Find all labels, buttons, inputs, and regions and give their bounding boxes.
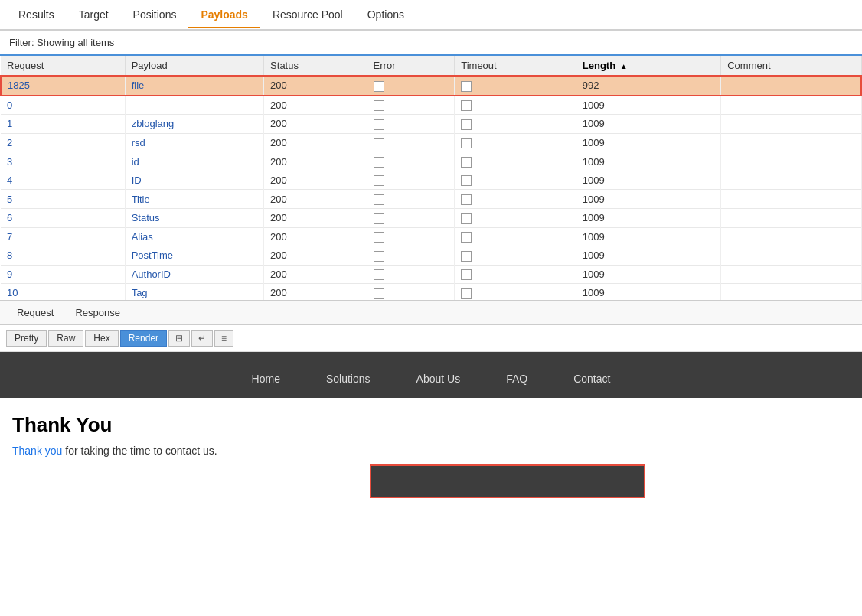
timeout-checkbox[interactable] xyxy=(461,138,472,148)
rendered-nav-aboutus: About Us xyxy=(416,373,461,385)
error-checkbox[interactable] xyxy=(374,288,384,299)
thank-you-title: Thank You xyxy=(12,413,850,437)
table-row[interactable]: 1825file200992 xyxy=(1,76,861,96)
tab-options[interactable]: Options xyxy=(355,2,416,28)
results-table-container[interactable]: Request Payload Status Error Timeout Len… xyxy=(0,56,862,301)
btn-raw[interactable]: Raw xyxy=(48,330,83,347)
error-checkbox[interactable] xyxy=(374,251,384,262)
error-checkbox[interactable] xyxy=(374,100,384,111)
error-checkbox[interactable] xyxy=(374,119,384,130)
table-row[interactable]: 5Title2001009 xyxy=(1,190,861,209)
error-checkbox[interactable] xyxy=(374,138,384,148)
timeout-checkbox[interactable] xyxy=(461,157,472,168)
table-row[interactable]: 10Tag2001009 xyxy=(1,284,861,301)
error-checkbox[interactable] xyxy=(374,81,384,92)
table-row[interactable]: 6Status2001009 xyxy=(1,208,861,227)
timeout-checkbox[interactable] xyxy=(461,269,472,280)
timeout-checkbox[interactable] xyxy=(461,81,472,92)
results-table: Request Payload Status Error Timeout Len… xyxy=(0,56,862,301)
thank-you-link-text: Thank you xyxy=(12,445,62,457)
thank-you-body-text: for taking the time to contact us. xyxy=(62,445,217,457)
render-area: Home Solutions About Us FAQ Contact xyxy=(0,352,862,398)
tab-resource-pool[interactable]: Resource Pool xyxy=(260,2,355,28)
tab-response[interactable]: Response xyxy=(64,303,131,324)
rendered-nav-home: Home xyxy=(252,373,280,385)
btn-icon-grid[interactable]: ⊟ xyxy=(168,330,190,347)
col-header-payload[interactable]: Payload xyxy=(125,56,263,76)
tab-positions[interactable]: Positions xyxy=(121,2,189,28)
view-mode-bar: Pretty Raw Hex Render ⊟ ↵ ≡ xyxy=(0,325,862,352)
timeout-checkbox[interactable] xyxy=(461,194,472,205)
rendered-content-area: Thank You Thank you for taking the time … xyxy=(0,398,862,513)
top-tab-bar: Results Target Positions Payloads Resour… xyxy=(0,0,862,31)
tab-payloads[interactable]: Payloads xyxy=(188,2,260,28)
filter-bar: Filter: Showing all items xyxy=(0,31,862,56)
error-checkbox[interactable] xyxy=(374,157,384,168)
timeout-checkbox[interactable] xyxy=(461,175,472,186)
table-row[interactable]: 8PostTime2001009 xyxy=(1,246,861,266)
table-row[interactable]: 4ID2001009 xyxy=(1,171,861,190)
sort-arrow-icon: ▲ xyxy=(620,62,628,70)
col-header-status[interactable]: Status xyxy=(264,56,367,76)
thank-you-body: Thank you for taking the time to contact… xyxy=(12,445,850,457)
bottom-red-outlined-box xyxy=(370,464,645,498)
error-checkbox[interactable] xyxy=(374,175,384,186)
error-checkbox[interactable] xyxy=(374,213,384,224)
btn-hex[interactable]: Hex xyxy=(85,330,118,347)
table-row[interactable]: 1zbloglang2001009 xyxy=(1,115,861,134)
tab-results[interactable]: Results xyxy=(6,2,67,28)
error-checkbox[interactable] xyxy=(374,269,384,280)
btn-pretty[interactable]: Pretty xyxy=(6,330,47,347)
table-row[interactable]: 9AuthorID2001009 xyxy=(1,265,861,284)
rendered-nav-contact: Contact xyxy=(573,373,610,385)
timeout-checkbox[interactable] xyxy=(461,251,472,262)
timeout-checkbox[interactable] xyxy=(461,213,472,224)
col-header-error[interactable]: Error xyxy=(367,56,455,76)
col-header-length[interactable]: Length ▲ xyxy=(576,56,720,76)
timeout-checkbox[interactable] xyxy=(461,232,472,243)
timeout-checkbox[interactable] xyxy=(461,119,472,130)
timeout-checkbox[interactable] xyxy=(461,288,472,299)
table-row[interactable]: 2rsd2001009 xyxy=(1,133,861,152)
btn-icon-menu[interactable]: ≡ xyxy=(214,330,233,347)
table-row[interactable]: 02001009 xyxy=(1,96,861,115)
tab-target[interactable]: Target xyxy=(67,2,121,28)
col-header-request[interactable]: Request xyxy=(1,56,125,76)
btn-icon-newline[interactable]: ↵ xyxy=(191,330,213,347)
rendered-nav-solutions: Solutions xyxy=(326,373,371,385)
btn-render[interactable]: Render xyxy=(120,330,167,347)
table-row[interactable]: 3id2001009 xyxy=(1,152,861,171)
timeout-checkbox[interactable] xyxy=(461,100,472,111)
bottom-tab-bar: Request Response xyxy=(0,301,862,325)
table-header-row: Request Payload Status Error Timeout Len… xyxy=(1,56,861,76)
table-body: 1825file200992020010091zbloglang20010092… xyxy=(1,76,861,301)
error-checkbox[interactable] xyxy=(374,194,384,205)
filter-text: Filter: Showing all items xyxy=(9,37,114,48)
table-row[interactable]: 7Alias2001009 xyxy=(1,227,861,246)
tab-request[interactable]: Request xyxy=(6,303,64,324)
col-header-timeout[interactable]: Timeout xyxy=(455,56,576,76)
error-checkbox[interactable] xyxy=(374,232,384,243)
col-header-comment[interactable]: Comment xyxy=(721,56,861,76)
rendered-nav-faq: FAQ xyxy=(506,373,527,385)
